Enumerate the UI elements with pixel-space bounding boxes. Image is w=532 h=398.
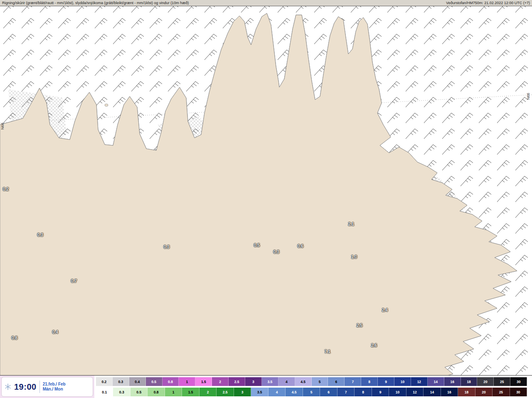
rain-scale-cell: 4.5 xyxy=(286,388,303,396)
divider xyxy=(39,381,40,393)
snow-scale-cell: 0.2 xyxy=(96,377,113,386)
snow-scale-cell: 3.5 xyxy=(262,377,278,386)
snow-scale-cell: 20 xyxy=(477,377,494,386)
rain-scale-cell: 6 xyxy=(320,388,337,396)
rain-scale-cell: 0.8 xyxy=(148,388,165,396)
rain-scale-cell: 10 xyxy=(389,388,406,396)
time-panel: 19:00 21.feb./ Feb Mán./ Mon xyxy=(0,376,94,398)
rain-scale-cell: 9 xyxy=(372,388,389,396)
snow-scale-cell: 2 xyxy=(212,377,229,386)
snow-scale-cell: 8 xyxy=(361,377,378,386)
forecast-date: 21.feb./ Feb Mán./ Mon xyxy=(43,382,66,392)
rain-scale-cell: 20 xyxy=(475,388,493,396)
map-legend-description: Rigning/skúrir (grænt/blátt/rautt - mm/1… xyxy=(2,1,189,5)
rain-scale-cell: 12 xyxy=(406,388,424,396)
model-run-info: Veðurstofan/HM750m: 21.02.2022 12:00 UTC… xyxy=(446,1,530,5)
snow-color-scale: 0.20.30.40.50.811.522.533.544.5567891012… xyxy=(96,377,527,386)
latitude-label-right: N66 xyxy=(526,93,530,100)
rain-scale-cell: 14 xyxy=(424,388,441,396)
snow-scale-cell: 1 xyxy=(179,377,195,386)
color-scales: 0.20.30.40.50.811.522.533.544.5567891012… xyxy=(94,376,532,398)
forecast-map-svg: N66 N66 xyxy=(0,0,532,398)
rain-scale-cell: 2.5 xyxy=(217,388,234,396)
snow-scale-cell: 0.4 xyxy=(129,377,146,386)
snow-scale-cell: 0.3 xyxy=(113,377,129,386)
snow-scale-cell: 1.5 xyxy=(195,377,212,386)
snow-scale-cell: 9 xyxy=(378,377,394,386)
snow-scale-cell: 7 xyxy=(345,377,361,386)
snow-scale-cell: 2.5 xyxy=(229,377,245,386)
snow-scale-cell: 4.5 xyxy=(295,377,312,386)
snow-scale-cell: 25 xyxy=(494,377,510,386)
latitude-label-left: N66 xyxy=(0,123,5,130)
rain-scale-cell: 5 xyxy=(303,388,320,396)
rain-scale-cell: 0.1 xyxy=(96,388,113,396)
rain-scale-cell: 3 xyxy=(234,388,251,396)
snow-scale-cell: 10 xyxy=(394,377,411,386)
snow-scale-cell: 5 xyxy=(312,377,328,386)
snow-scale-cell: 18 xyxy=(461,377,478,386)
rain-scale-cell: 16 xyxy=(441,388,458,396)
map-header: Rigning/skúrir (grænt/blátt/rautt - mm/1… xyxy=(0,0,532,6)
rain-scale-cell: 18 xyxy=(458,388,475,396)
forecast-time: 19:00 xyxy=(14,382,37,392)
rain-color-scale: 0.10.30.50.811.522.533.544.5567891012141… xyxy=(96,388,527,396)
rain-scale-cell: 0.3 xyxy=(113,388,130,396)
snow-scale-cell: 0.5 xyxy=(146,377,163,386)
rain-scale-cell: 30 xyxy=(510,388,527,396)
snow-scale-cell: 16 xyxy=(444,377,461,386)
forecast-date-line1: 21.feb./ Feb xyxy=(43,382,66,387)
snow-scale-cell: 6 xyxy=(328,377,345,386)
rain-scale-cell: 2 xyxy=(200,388,217,396)
rain-scale-cell: 3.5 xyxy=(251,388,268,396)
rain-scale-cell: 7 xyxy=(337,388,355,396)
snow-scale-cell: 30 xyxy=(510,377,527,386)
snowflake-icon xyxy=(5,383,11,390)
legend-bar: 19:00 21.feb./ Feb Mán./ Mon 0.20.30.40.… xyxy=(0,375,532,398)
snow-scale-cell: 14 xyxy=(428,377,444,386)
map-area[interactable]: N66 N66 0.20.30.70.40.80.30.50.30.62.11.… xyxy=(0,0,532,398)
snow-scale-cell: 12 xyxy=(411,377,428,386)
weather-forecast-window: Rigning/skúrir (grænt/blátt/rautt - mm/1… xyxy=(0,0,532,398)
forecast-date-line2: Mán./ Mon xyxy=(43,387,66,392)
rain-scale-cell: 1.5 xyxy=(182,388,199,396)
snow-scale-cell: 0.8 xyxy=(163,377,179,386)
rain-scale-cell: 4 xyxy=(268,388,286,396)
time-card: 19:00 21.feb./ Feb Mán./ Mon xyxy=(1,377,93,397)
rain-scale-cell: 25 xyxy=(493,388,510,396)
rain-scale-cell: 8 xyxy=(355,388,372,396)
snow-scale-cell: 3 xyxy=(245,377,262,386)
rain-scale-cell: 0.5 xyxy=(131,388,148,396)
rain-scale-cell: 1 xyxy=(165,388,182,396)
snow-scale-cell: 4 xyxy=(278,377,295,386)
